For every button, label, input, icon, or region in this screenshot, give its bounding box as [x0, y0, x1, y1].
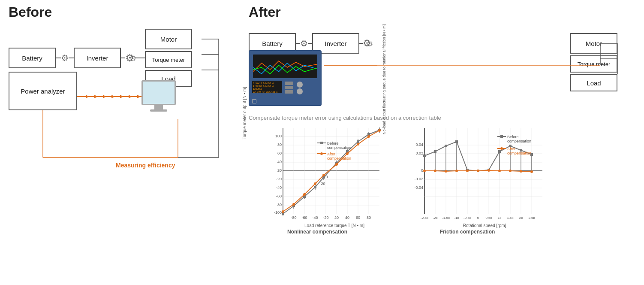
svg-text:Before: Before: [327, 141, 339, 146]
measuring-label: Measuring efficiency: [116, 162, 175, 169]
after-gear-icon-2: ⚙⚙: [363, 38, 371, 49]
svg-text:-2.5k: -2.5k: [421, 216, 429, 220]
svg-text:-40: -40: [276, 185, 282, 190]
svg-text:-1k: -1k: [454, 216, 459, 220]
svg-point-184: [488, 169, 490, 172]
svg-text:After: After: [327, 152, 335, 156]
friction-chart: No-load output fluctuating torque due to…: [390, 124, 545, 235]
after-title: After: [249, 4, 635, 20]
svg-text:100: 100: [275, 134, 282, 138]
svg-point-93: [282, 210, 284, 213]
svg-point-98: [335, 163, 338, 166]
svg-rect-157: [434, 150, 436, 153]
svg-text:-80: -80: [291, 215, 296, 220]
svg-point-178: [423, 170, 426, 172]
svg-point-96: [314, 182, 316, 185]
svg-text:40: 40: [277, 160, 282, 164]
svg-text:compensation: compensation: [507, 139, 531, 143]
svg-text:-20: -20: [323, 215, 328, 220]
svg-text:-60: -60: [276, 194, 282, 198]
svg-text:0.04: 0.04: [415, 142, 423, 147]
svg-text:-0.5k: -0.5k: [463, 216, 472, 220]
svg-text:-1.5k: -1.5k: [442, 216, 450, 220]
svg-text:20: 20: [334, 215, 339, 220]
svg-rect-159: [455, 140, 458, 143]
svg-text:40: 40: [345, 215, 349, 220]
svg-point-188: [530, 170, 533, 173]
svg-rect-104: [320, 142, 323, 144]
svg-text:2k: 2k: [519, 216, 523, 220]
svg-point-182: [466, 170, 469, 172]
svg-point-100: [357, 143, 359, 146]
svg-rect-156: [423, 155, 426, 157]
svg-rect-190: [500, 135, 503, 138]
svg-text:60: 60: [356, 215, 360, 220]
svg-text:-100: -100: [274, 210, 282, 215]
svg-point-181: [455, 170, 458, 172]
after-section: After Battery ⚙ Inverter ⚙⚙: [240, 0, 644, 285]
diagram-lines: [9, 29, 232, 175]
svg-point-194: [500, 147, 503, 150]
svg-text:-40: -40: [312, 215, 318, 220]
compensation-text: Compensate torque meter error using calc…: [249, 115, 635, 121]
charts-area: Torque meter output [N • m]: [249, 124, 635, 235]
svg-text:-80: -80: [276, 203, 282, 207]
svg-text:Before: Before: [507, 135, 519, 139]
svg-text:20: 20: [277, 168, 282, 173]
svg-point-180: [445, 170, 447, 173]
svg-point-187: [520, 170, 522, 173]
svg-text:80: 80: [367, 215, 371, 220]
svg-text:compensation: compensation: [327, 156, 351, 161]
svg-text:After: After: [507, 147, 515, 151]
svg-text:0.02: 0.02: [415, 151, 423, 155]
svg-point-97: [322, 174, 325, 176]
svg-rect-158: [445, 145, 447, 147]
svg-rect-163: [498, 150, 501, 153]
svg-rect-76: [314, 186, 316, 188]
svg-point-102: [378, 129, 381, 132]
before-section: Before Battery ⚙ Inverter: [0, 0, 240, 285]
svg-point-186: [509, 170, 512, 172]
svg-text:-0.02: -0.02: [414, 177, 423, 181]
chart2-svg: 0.04 0.02 0 -0.02 -0.04 -2.5k -2k -1.5k …: [390, 124, 545, 227]
gear-icon-2: ⚙⚙: [125, 52, 135, 64]
svg-text:0.5k: 0.5k: [485, 216, 492, 220]
svg-text:1k: 1k: [498, 216, 502, 220]
svg-point-94: [292, 203, 295, 206]
svg-point-99: [346, 152, 349, 155]
svg-text:-0.04: -0.04: [414, 185, 423, 190]
svg-point-108: [320, 152, 323, 155]
svg-text:0: 0: [421, 168, 423, 173]
svg-text:-20: -20: [319, 182, 325, 186]
before-title: Before: [9, 4, 232, 20]
svg-point-183: [477, 170, 479, 172]
svg-text:-2k: -2k: [433, 216, 438, 220]
chart1-svg: 100 80 60 40 20 -20 -40 -60 -80 -100 -80…: [249, 124, 386, 227]
svg-text:80: 80: [277, 142, 282, 147]
svg-point-179: [434, 170, 436, 172]
after-diagram-lines: [249, 29, 635, 115]
svg-rect-80: [357, 140, 359, 143]
svg-text:1.5k: 1.5k: [507, 216, 514, 220]
svg-point-185: [498, 170, 501, 172]
svg-point-101: [367, 135, 370, 138]
svg-text:-60: -60: [301, 215, 307, 220]
svg-text:compensation: compensation: [507, 151, 531, 155]
svg-text:60: 60: [277, 151, 282, 155]
svg-text:2.5k: 2.5k: [528, 216, 535, 220]
svg-point-95: [303, 193, 306, 196]
nonlinear-chart: Torque meter output [N • m]: [249, 124, 386, 235]
svg-text:-20: -20: [276, 177, 282, 181]
svg-text:compensation: compensation: [327, 146, 351, 150]
svg-text:0: 0: [477, 216, 479, 220]
